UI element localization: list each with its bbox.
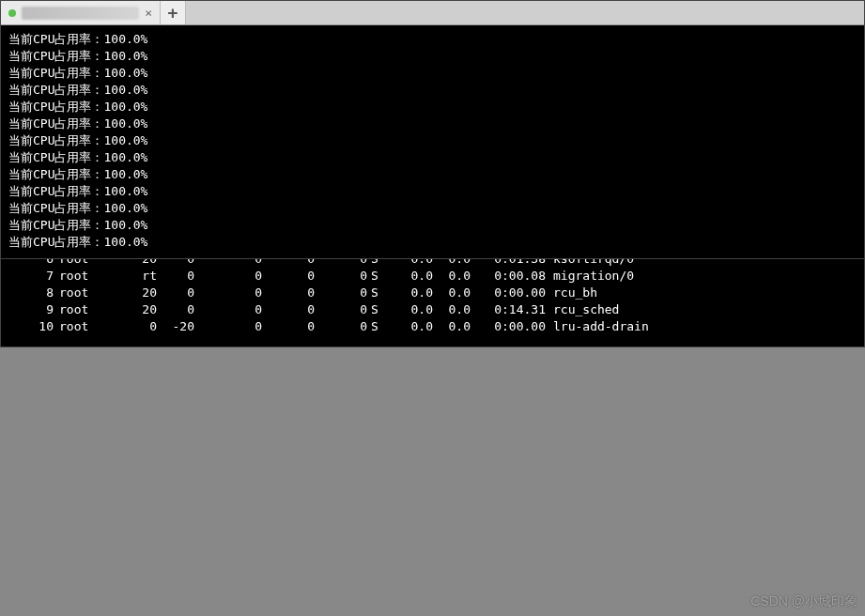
cell-shr: 0 [315, 318, 367, 335]
cell-shr: 0 [315, 301, 367, 318]
cell-res: 0 [262, 285, 315, 301]
cell-shr: 0 [315, 285, 367, 301]
cpu-usage-value: 100.0% [103, 235, 147, 249]
cell-pr: 0 [127, 318, 157, 335]
cell-pr: rt [127, 268, 157, 285]
cell-user: root [54, 318, 127, 335]
table-row: 10root0-20000S0.00.00:00.00lru-add-drain [8, 318, 857, 335]
cpu-usage-label: 当前CPU占用率： [8, 100, 103, 114]
cpu-usage-label: 当前CPU占用率： [8, 49, 103, 63]
cpu-usage-line: 当前CPU占用率：100.0% [8, 132, 857, 149]
cpu-usage-value: 100.0% [103, 116, 147, 131]
cell-cmd: rcu_sched [546, 301, 619, 318]
cpu-usage-value: 100.0% [103, 133, 147, 147]
table-row: 9root200000S0.00.00:14.31rcu_sched [8, 301, 857, 318]
table-row: 7rootrt0000S0.00.00:00.08migration/0 [8, 268, 857, 285]
cpu-usage-line: 当前CPU占用率：100.0% [8, 116, 857, 132]
cell-s: S [367, 268, 388, 285]
cell-virt: 0 [194, 301, 262, 318]
cpu-usage-value: 100.0% [103, 83, 147, 97]
cell-time: 0:00.00 [471, 285, 546, 301]
terminal-window-bottom: × + 当前CPU占用率：100.0%当前CPU占用率：100.0%当前CPU占… [0, 0, 865, 259]
cell-pr: 20 [127, 301, 157, 318]
cell-cpu: 0.0 [388, 318, 433, 335]
cell-cmd: lru-add-drain [546, 318, 649, 335]
cell-time: 0:00.00 [471, 318, 546, 335]
cpu-usage-line: 当前CPU占用率：100.0% [8, 65, 857, 82]
watermark: CSDN @小城印象 [750, 593, 857, 610]
cpu-usage-line: 当前CPU占用率：100.0% [8, 166, 857, 183]
cell-cmd: migration/0 [546, 268, 634, 285]
cpu-usage-value: 100.0% [103, 150, 147, 164]
cpu-usage-value: 100.0% [103, 218, 147, 232]
cpu-usage-line: 当前CPU占用率：100.0% [8, 183, 857, 200]
cell-ni: -20 [157, 318, 194, 335]
cpu-usage-line: 当前CPU占用率：100.0% [8, 149, 857, 166]
cell-cmd: rcu_bh [546, 285, 597, 301]
cpu-usage-line: 当前CPU占用率：100.0% [8, 200, 857, 217]
cell-pid: 9 [8, 301, 54, 318]
cell-res: 0 [262, 301, 315, 318]
cell-s: S [367, 301, 388, 318]
status-dot-icon [8, 9, 16, 17]
terminal-tab[interactable]: × [1, 1, 161, 24]
cell-mem: 0.0 [433, 268, 471, 285]
cpu-usage-label: 当前CPU占用率： [8, 133, 103, 147]
table-row: 8root200000S0.00.00:00.00rcu_bh [8, 285, 857, 301]
cpu-usage-value: 100.0% [103, 49, 147, 63]
cell-mem: 0.0 [433, 301, 471, 318]
cell-user: root [54, 285, 127, 301]
cpu-usage-line: 当前CPU占用率：100.0% [8, 31, 857, 48]
cell-ni: 0 [157, 285, 194, 301]
cell-virt: 0 [194, 318, 262, 335]
cell-cpu: 0.0 [388, 285, 433, 301]
cpu-usage-label: 当前CPU占用率： [8, 66, 103, 80]
cpu-usage-label: 当前CPU占用率： [8, 235, 103, 249]
cell-cpu: 0.0 [388, 301, 433, 318]
terminal-output[interactable]: 当前CPU占用率：100.0%当前CPU占用率：100.0%当前CPU占用率：1… [1, 25, 864, 258]
cpu-usage-label: 当前CPU占用率： [8, 32, 103, 46]
cpu-usage-label: 当前CPU占用率： [8, 201, 103, 215]
cell-user: root [54, 301, 127, 318]
cpu-usage-label: 当前CPU占用率： [8, 167, 103, 181]
cpu-usage-value: 100.0% [103, 167, 147, 181]
cpu-usage-label: 当前CPU占用率： [8, 83, 103, 97]
cpu-usage-label: 当前CPU占用率： [8, 150, 103, 164]
cell-mem: 0.0 [433, 318, 471, 335]
close-icon[interactable]: × [145, 7, 152, 19]
cell-time: 0:00.08 [471, 268, 546, 285]
cell-res: 0 [262, 268, 315, 285]
tab-bar: × + [1, 1, 864, 25]
cpu-usage-label: 当前CPU占用率： [8, 184, 103, 198]
cell-s: S [367, 285, 388, 301]
cell-virt: 0 [194, 285, 262, 301]
cpu-usage-value: 100.0% [103, 100, 147, 114]
cpu-usage-line: 当前CPU占用率：100.0% [8, 82, 857, 99]
cell-shr: 0 [315, 268, 367, 285]
cpu-usage-line: 当前CPU占用率：100.0% [8, 234, 857, 251]
cell-virt: 0 [194, 268, 262, 285]
new-tab-button[interactable]: + [161, 1, 186, 24]
cpu-usage-value: 100.0% [103, 32, 147, 46]
cell-time: 0:14.31 [471, 301, 546, 318]
cpu-usage-line: 当前CPU占用率：100.0% [8, 48, 857, 65]
cell-cpu: 0.0 [388, 268, 433, 285]
cpu-usage-value: 100.0% [103, 201, 147, 215]
cpu-usage-line: 当前CPU占用率：100.0% [8, 99, 857, 116]
cell-pr: 20 [127, 285, 157, 301]
cell-mem: 0.0 [433, 285, 471, 301]
cell-pid: 10 [8, 318, 54, 335]
cell-user: root [54, 268, 127, 285]
cell-res: 0 [262, 318, 315, 335]
cell-ni: 0 [157, 268, 194, 285]
cell-pid: 7 [8, 268, 54, 285]
cell-ni: 0 [157, 301, 194, 318]
cell-s: S [367, 318, 388, 335]
tab-title-blurred [22, 7, 139, 20]
cpu-usage-label: 当前CPU占用率： [8, 218, 103, 232]
cpu-usage-value: 100.0% [103, 184, 147, 198]
cpu-usage-line: 当前CPU占用率：100.0% [8, 217, 857, 234]
cpu-usage-label: 当前CPU占用率： [8, 116, 103, 131]
cpu-usage-value: 100.0% [103, 66, 147, 80]
cell-pid: 8 [8, 285, 54, 301]
